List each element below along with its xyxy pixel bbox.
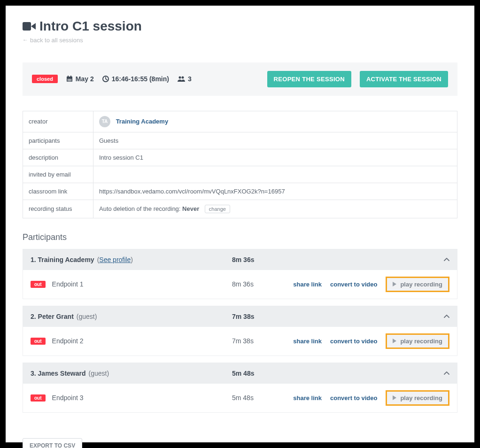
creator-link[interactable]: Training Academy <box>116 117 169 124</box>
time-meta: 16:46-16:55 (8min) <box>102 75 169 83</box>
clock-icon <box>102 76 109 82</box>
participant-duration: 7m 38s <box>232 313 254 320</box>
users-icon <box>178 76 185 82</box>
svg-rect-1 <box>67 77 72 78</box>
svg-rect-8 <box>69 80 70 81</box>
recording-value: Never <box>182 205 199 212</box>
session-info-bar: closed May 2 16:46-16:55 (8min) 3 REOPEN… <box>23 62 457 96</box>
page-title: Intro C1 session <box>23 19 457 34</box>
out-badge: out <box>31 338 46 345</box>
date-meta: May 2 <box>66 75 94 83</box>
svg-point-11 <box>178 77 181 79</box>
reopen-session-button[interactable]: REOPEN THE SESSION <box>267 71 351 87</box>
svg-rect-9 <box>70 80 71 81</box>
svg-rect-7 <box>68 80 69 81</box>
participant-block: 3. James Steward(guest)5m 48soutEndpoint… <box>23 363 457 413</box>
svg-point-12 <box>181 77 184 79</box>
detail-value-link: https://sandbox.vedamo.com/vcl/room/mvVQ… <box>93 183 457 200</box>
share-link-action[interactable]: share link <box>293 338 322 345</box>
session-details-table: creator TA Training Academy participants… <box>23 111 457 218</box>
endpoint-duration: 7m 38s <box>232 337 254 345</box>
participant-tag: (guest) <box>77 313 97 320</box>
date-text: May 2 <box>76 75 94 83</box>
chevron-up-icon[interactable] <box>444 258 449 262</box>
detail-label-link: classroom link <box>23 183 93 200</box>
play-recording-button[interactable]: play recording <box>386 333 449 349</box>
back-link-label: back to all sessions <box>30 37 83 44</box>
svg-rect-6 <box>70 79 71 80</box>
creator-avatar: TA <box>99 116 110 127</box>
endpoint-label: Endpoint 3 <box>52 394 84 402</box>
play-recording-label: play recording <box>400 338 442 345</box>
detail-label-description: description <box>23 149 93 166</box>
status-badge: closed <box>32 75 58 83</box>
svg-rect-3 <box>70 76 71 77</box>
chevron-up-icon[interactable] <box>444 315 449 318</box>
share-link-action[interactable]: share link <box>293 394 322 402</box>
endpoint-duration: 5m 48s <box>232 394 254 402</box>
participant-duration: 5m 48s <box>232 370 254 377</box>
play-icon <box>393 339 396 343</box>
endpoint-label: Endpoint 2 <box>52 337 84 345</box>
participant-block: 1. Training Academy(See profile)8m 36sou… <box>23 249 457 299</box>
play-recording-button[interactable]: play recording <box>386 390 449 406</box>
chevron-up-icon[interactable] <box>444 371 449 375</box>
participant-tag: (guest) <box>89 370 109 377</box>
detail-value-invited <box>93 166 457 183</box>
detail-label-recording: recording status <box>23 200 93 218</box>
participant-duration: 8m 36s <box>232 256 254 263</box>
play-icon <box>393 282 396 286</box>
convert-video-action[interactable]: convert to video <box>330 338 377 345</box>
participants-count: 3 <box>188 75 192 83</box>
participant-name: 2. Peter Grant <box>31 313 74 320</box>
arrow-left-icon: ← <box>23 37 28 43</box>
participant-block: 2. Peter Grant(guest)7m 38soutEndpoint 2… <box>23 306 457 356</box>
participant-name: 1. Training Academy <box>31 256 94 263</box>
svg-rect-4 <box>68 79 69 80</box>
detail-value-participants: Guests <box>93 132 457 149</box>
participant-header[interactable]: 1. Training Academy(See profile)8m 36s <box>23 249 457 270</box>
participants-meta: 3 <box>178 75 192 83</box>
endpoint-actions: share linkconvert to videoplay recording <box>293 390 449 406</box>
participant-header[interactable]: 2. Peter Grant(guest)7m 38s <box>23 306 457 327</box>
participant-name: 3. James Steward <box>31 370 86 377</box>
page-title-text: Intro C1 session <box>39 19 142 34</box>
play-icon <box>393 395 396 400</box>
participants-section-title: Participants <box>23 232 457 242</box>
endpoint-actions: share linkconvert to videoplay recording <box>293 333 449 349</box>
change-recording-button[interactable]: change <box>205 205 230 213</box>
calendar-icon <box>66 76 73 82</box>
svg-rect-2 <box>68 76 69 77</box>
endpoint-label: Endpoint 1 <box>52 280 84 288</box>
export-csv-button[interactable]: EXPORT TO CSV <box>23 438 82 448</box>
play-recording-button[interactable]: play recording <box>386 277 449 292</box>
detail-value-creator: TA Training Academy <box>93 111 457 132</box>
detail-value-recording: Auto deletion of the recording: Never ch… <box>93 200 457 218</box>
endpoint-actions: share linkconvert to videoplay recording <box>293 277 449 292</box>
activate-session-button[interactable]: ACTIVATE THE SESSION <box>360 71 448 87</box>
time-text: 16:46-16:55 (8min) <box>112 75 169 83</box>
share-link-action[interactable]: share link <box>293 281 322 288</box>
play-recording-label: play recording <box>400 281 442 288</box>
participant-header[interactable]: 3. James Steward(guest)5m 48s <box>23 363 457 384</box>
detail-value-description: Intro session C1 <box>93 149 457 166</box>
endpoint-row: outEndpoint 27m 38sshare linkconvert to … <box>23 327 457 355</box>
endpoint-row: outEndpoint 18m 36sshare linkconvert to … <box>23 270 457 299</box>
see-profile-link[interactable]: See profile <box>99 256 131 263</box>
out-badge: out <box>31 281 46 288</box>
svg-rect-5 <box>69 79 70 80</box>
detail-label-invited: invited by email <box>23 166 93 183</box>
endpoint-duration: 8m 36s <box>232 280 254 288</box>
endpoint-row: outEndpoint 35m 48sshare linkconvert to … <box>23 384 457 412</box>
play-recording-label: play recording <box>400 394 442 402</box>
convert-video-action[interactable]: convert to video <box>330 281 377 288</box>
recording-prefix: Auto deletion of the recording: <box>99 205 182 212</box>
camera-icon <box>23 21 36 31</box>
detail-label-participants: participants <box>23 132 93 149</box>
convert-video-action[interactable]: convert to video <box>330 394 377 402</box>
back-link[interactable]: ← back to all sessions <box>23 37 83 44</box>
detail-label-creator: creator <box>23 111 93 132</box>
out-badge: out <box>31 394 46 402</box>
